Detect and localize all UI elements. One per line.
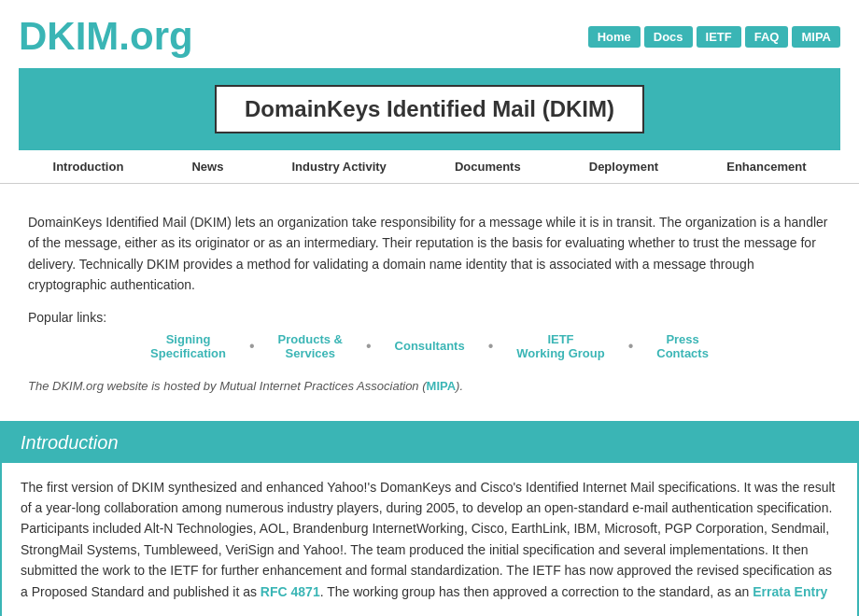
hosted-by-after: ). (456, 379, 463, 393)
pop-separator: • (484, 338, 499, 355)
intro-text-p2: . The working group has then approved a … (320, 584, 753, 599)
pop-link-signing-specification[interactable]: SigningSpecification (132, 332, 245, 360)
mipa-link[interactable]: MIPA (427, 379, 457, 393)
pop-link-ietf-working-group[interactable]: IETFWorking Group (498, 332, 623, 360)
errata-link[interactable]: Errata Entry (753, 584, 827, 599)
pop-link-consultants[interactable]: Consultants (376, 339, 484, 353)
introduction-paragraph: The first version of DKIM synthesized an… (21, 477, 838, 602)
main-nav-introduction[interactable]: Introduction (53, 160, 124, 174)
logo-black: DKIM (19, 14, 119, 58)
pop-separator: • (245, 338, 260, 355)
top-nav-home[interactable]: Home (588, 26, 641, 48)
logo: DKIM.org (19, 14, 193, 59)
banner: DomainKeys Identified Mail (DKIM) (19, 68, 840, 150)
hosted-by-text: The DKIM.org website is hosted by Mutual… (28, 379, 831, 393)
introduction-header: Introduction (2, 423, 857, 463)
top-nav-ietf[interactable]: IETF (697, 26, 741, 48)
intro-paragraph: DomainKeys Identified Mail (DKIM) lets a… (28, 212, 831, 296)
main-nav-documents[interactable]: Documents (455, 160, 521, 174)
pop-link-products-services[interactable]: Products &Services (260, 332, 361, 360)
top-nav-docs[interactable]: Docs (644, 26, 693, 48)
header: DKIM.org HomeDocsIETFFAQMIPA (0, 0, 859, 68)
banner-title: DomainKeys Identified Mail (DKIM) (215, 85, 644, 133)
rfc-link[interactable]: RFC 4871 (261, 584, 320, 599)
introduction-section: Introduction The first version of DKIM s… (0, 421, 859, 616)
main-nav-enhancement[interactable]: Enhancement (726, 160, 806, 174)
popular-links-label: Popular links: (28, 310, 831, 325)
main-nav-news[interactable]: News (191, 160, 223, 174)
pop-separator: • (624, 338, 639, 355)
intro-text-p1: The first version of DKIM synthesized an… (21, 480, 836, 599)
popular-links: SigningSpecification•Products &Services•… (28, 332, 831, 360)
main-nav-deployment[interactable]: Deployment (589, 160, 658, 174)
main-nav-industry-activity[interactable]: Industry Activity (291, 160, 386, 174)
top-nav: HomeDocsIETFFAQMIPA (588, 26, 840, 48)
top-nav-mipa[interactable]: MIPA (792, 26, 840, 48)
hosted-by-before: The DKIM.org website is hosted by Mutual… (28, 379, 427, 393)
logo-teal: .org (119, 14, 192, 58)
pop-link-press-contacts[interactable]: PressContacts (638, 332, 727, 360)
top-nav-faq[interactable]: FAQ (745, 26, 789, 48)
introduction-content: The first version of DKIM synthesized an… (2, 463, 857, 616)
pop-separator: • (361, 338, 376, 355)
content: DomainKeys Identified Mail (DKIM) lets a… (0, 184, 859, 421)
main-nav: IntroductionNewsIndustry ActivityDocumen… (0, 150, 859, 184)
